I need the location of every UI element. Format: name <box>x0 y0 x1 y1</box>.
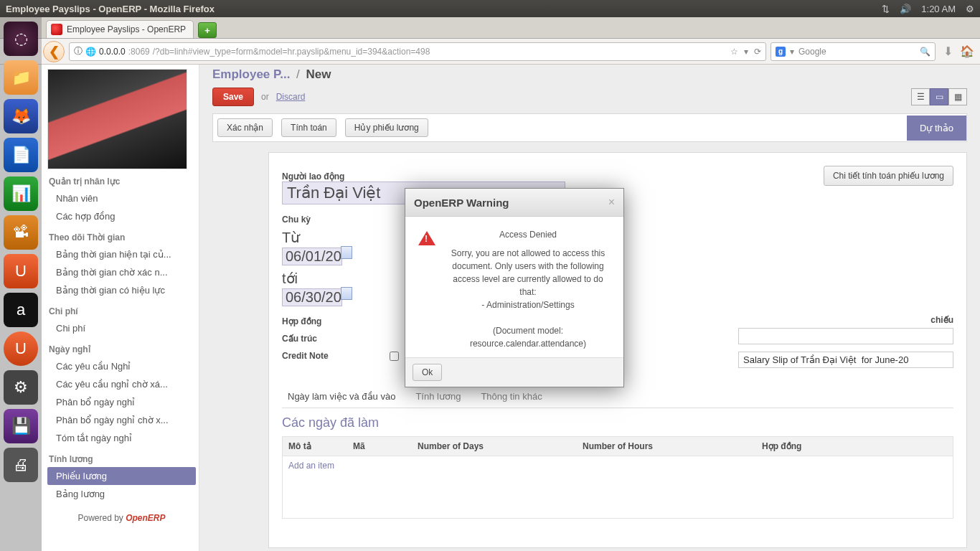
save-button[interactable]: Save <box>212 88 254 106</box>
software-center-icon[interactable]: U <box>4 254 38 288</box>
sidebar-item[interactable]: Tóm tắt ngày nghỉ <box>47 429 196 447</box>
col-code: Mã <box>347 437 412 456</box>
date-to-input[interactable]: 06/30/20 <box>282 288 342 306</box>
amazon-icon[interactable]: a <box>4 293 38 327</box>
sidebar-item[interactable]: Bảng thời gian có hiệu lực <box>47 281 196 299</box>
add-item-link[interactable]: Add an item <box>283 456 953 475</box>
search-box[interactable]: g ▾ Google 🔍 <box>771 42 936 61</box>
cancel-payslip-button[interactable]: Hủy phiếu lương <box>345 118 428 137</box>
new-tab-button[interactable]: + <box>198 22 217 38</box>
downloads-icon[interactable]: ⬇ <box>940 44 956 58</box>
system-tray[interactable]: ⇅ 🔊 1:20 AM ⚙ <box>882 4 974 14</box>
form-view-button[interactable]: ▭ <box>930 88 948 105</box>
grid-empty <box>283 475 953 518</box>
url-bar[interactable]: ⓘ 🌐 0.0.0.0:8069/?db=linh#view_type=form… <box>69 42 766 61</box>
impress-icon[interactable]: 📽 <box>4 215 38 250</box>
network-icon[interactable]: ⇅ <box>882 4 890 14</box>
home-icon[interactable]: 🏠 <box>960 44 976 58</box>
sidebar-item[interactable]: Bảng thời gian chờ xác n... <box>47 263 196 281</box>
sidebar-item-active[interactable]: Phiếu lương <box>47 467 196 485</box>
breadcrumb-current: New <box>306 67 331 81</box>
sidebar-item[interactable]: Bảng thời gian hiện tại củ... <box>47 245 196 263</box>
kanban-view-button[interactable]: ▦ <box>948 88 967 105</box>
powered-by: Powered by OpenERP <box>47 513 196 523</box>
browser-tabstrip: Employee Payslips - OpenERP + <box>0 17 980 39</box>
view-switcher: ☰ ▭ ▦ <box>911 88 967 105</box>
calendar-icon[interactable] <box>341 287 352 300</box>
discard-link[interactable]: Discard <box>276 92 306 102</box>
reader-icon[interactable]: ▾ <box>744 47 748 57</box>
payslip-name-input[interactable] <box>738 352 953 368</box>
bookmark-star-icon[interactable]: ☆ <box>730 47 738 57</box>
credit-note-label: Credit Note <box>282 351 390 361</box>
calendar-icon[interactable] <box>341 246 352 259</box>
or-text: or <box>261 92 269 102</box>
favicon-icon <box>51 24 62 35</box>
col-days: Number of Days <box>412 437 577 456</box>
warning-triangle-icon <box>418 231 435 245</box>
warning-dialog: OpenERP Warning × Access Denied Sorry, y… <box>405 188 624 387</box>
section-title: Các ngày đã làm <box>282 415 953 430</box>
disk-icon[interactable]: 💾 <box>4 409 38 443</box>
structure-label: Cấu trúc <box>282 334 390 344</box>
dialog-heading: Access Denied <box>446 228 611 241</box>
browser-tab-active[interactable]: Employee Payslips - OpenERP <box>46 20 194 38</box>
close-icon[interactable]: × <box>608 196 615 209</box>
sidebar-item[interactable]: Bảng lương <box>47 485 196 503</box>
dash-icon[interactable]: ◌ <box>4 22 38 56</box>
sidebar-item[interactable]: Các yêu cầu Nghỉ <box>47 357 196 375</box>
sidebar-item[interactable]: Nhân viên <box>47 189 196 207</box>
reload-icon[interactable]: ⟳ <box>754 47 761 57</box>
reference-input[interactable] <box>738 328 953 344</box>
tab-other-info[interactable]: Thông tin khác <box>481 391 542 402</box>
date-from-input[interactable]: 06/01/20 <box>282 248 342 265</box>
contract-label: Hợp đồng <box>282 316 390 326</box>
sidebar-item[interactable]: Phân bổ ngày nghỉ chờ x... <box>47 411 196 429</box>
writer-icon[interactable]: 📄 <box>4 138 38 172</box>
sidebar-category: Ngày nghỉ <box>49 344 196 354</box>
sidebar-item[interactable]: Phân bổ ngày nghỉ <box>47 393 196 411</box>
settings-gear-icon[interactable]: ⚙ <box>966 4 974 14</box>
confirm-button[interactable]: Xác nhận <box>217 118 273 137</box>
sidebar-item[interactable]: Chi phí <box>47 319 196 337</box>
sidebar-category: Chi phí <box>49 306 196 316</box>
col-description: Mô tả <box>283 437 347 456</box>
globe-icon: 🌐 <box>85 47 96 57</box>
search-icon[interactable]: 🔍 <box>920 47 930 57</box>
tab-salary-computation[interactable]: Tính lương <box>415 391 461 402</box>
back-button[interactable]: ❮ <box>43 41 65 62</box>
files-icon[interactable]: 📁 <box>4 60 38 95</box>
dialog-body: Access Denied Sorry, you are not allowed… <box>405 217 623 357</box>
app-sidebar: Quản trị nhân lực Nhân viên Các hợp đồng… <box>42 65 199 551</box>
tab-worked-days[interactable]: Ngày làm việc và đầu vào <box>288 391 395 402</box>
sidebar-category: Quản trị nhân lực <box>49 176 196 187</box>
search-dropdown-icon[interactable]: ▾ <box>790 47 794 57</box>
breadcrumb-root[interactable]: Employee P... <box>212 67 290 81</box>
dialog-footer: Ok <box>405 357 623 387</box>
dialog-text: Access Denied Sorry, you are not allowed… <box>446 228 611 350</box>
list-view-button[interactable]: ☰ <box>911 88 930 105</box>
ubuntu-one-icon[interactable]: U <box>4 331 38 366</box>
printer-icon[interactable]: 🖨 <box>4 448 38 482</box>
sidebar-item[interactable]: Các yêu cầu nghỉ chờ xá... <box>47 375 196 393</box>
credit-note-checkbox[interactable] <box>390 352 399 361</box>
col-contract: Hợp đồng <box>756 437 953 456</box>
compute-details-button[interactable]: Chi tiết tính toán phiếu lương <box>824 166 953 186</box>
firefox-icon[interactable]: 🦊 <box>4 99 38 133</box>
url-path: /?db=linh#view_type=form&model=hr.paysli… <box>153 47 430 57</box>
grid-header-row: Mô tả Mã Number of Days Number of Hours … <box>283 437 953 456</box>
tab-title: Employee Payslips - OpenERP <box>67 24 186 34</box>
window-title: Employee Payslips - OpenERP - Mozilla Fi… <box>6 4 882 14</box>
compute-button[interactable]: Tính toán <box>281 118 336 137</box>
dialog-header: OpenERP Warning × <box>405 189 623 217</box>
clock[interactable]: 1:20 AM <box>921 4 956 14</box>
calc-icon[interactable]: 📊 <box>4 176 38 211</box>
volume-icon[interactable]: 🔊 <box>900 4 911 14</box>
dialog-title: OpenERP Warning <box>414 197 509 209</box>
dialog-line3: (Document model: resource.calendar.atten… <box>470 326 586 349</box>
google-icon: g <box>776 47 786 57</box>
form-tabs: Ngày làm việc và đầu vào Tính lương Thôn… <box>282 387 953 408</box>
ok-button[interactable]: Ok <box>413 364 442 381</box>
system-settings-icon[interactable]: ⚙ <box>4 370 38 405</box>
sidebar-item[interactable]: Các hợp đồng <box>47 207 196 225</box>
